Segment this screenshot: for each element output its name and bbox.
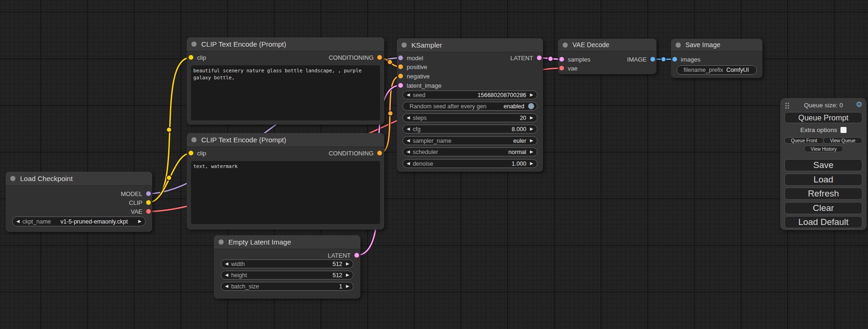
seed-widget[interactable]: ◀ seed 156680208700286 ▶ bbox=[402, 91, 537, 99]
decrement-arrow-icon[interactable]: ◀ bbox=[16, 219, 20, 224]
latent-slot-dot[interactable] bbox=[354, 253, 359, 258]
image-slot-dot[interactable] bbox=[672, 57, 677, 62]
decrement-arrow-icon[interactable]: ◀ bbox=[225, 262, 228, 266]
link-dot[interactable] bbox=[661, 57, 666, 62]
save-button[interactable]: Save bbox=[784, 159, 862, 171]
latent-slot-dot[interactable] bbox=[398, 83, 403, 88]
prompt-textarea[interactable]: text, watermark bbox=[191, 161, 380, 224]
output-vae[interactable]: VAE bbox=[131, 208, 151, 215]
output-conditioning[interactable]: CONDITIONING bbox=[329, 54, 382, 61]
node-title-bar[interactable]: KSampler bbox=[397, 38, 543, 52]
output-latent[interactable]: LATENT bbox=[510, 55, 542, 61]
link-dot[interactable] bbox=[388, 111, 393, 116]
scheduler-widget[interactable]: ◀ scheduler normal ▶ bbox=[402, 147, 537, 156]
input-positive[interactable]: positive bbox=[398, 63, 427, 70]
collapse-dot[interactable] bbox=[191, 42, 197, 47]
image-slot-dot[interactable] bbox=[650, 57, 655, 62]
clip-slot-dot[interactable] bbox=[146, 200, 151, 205]
input-samples[interactable]: samples bbox=[559, 56, 590, 63]
collapse-dot[interactable] bbox=[402, 42, 407, 48]
conditioning-slot-dot[interactable] bbox=[377, 55, 382, 60]
ckpt-name-widget[interactable]: ◀ ckpt_name v1-5-pruned-emaonly.ckpt ▶ bbox=[12, 217, 146, 226]
node-clip-text-encode-negative[interactable]: CLIP Text Encode (Prompt) clip CONDITION… bbox=[187, 133, 384, 230]
refresh-button[interactable]: Refresh bbox=[784, 188, 862, 200]
prompt-textarea[interactable]: beautiful scenery nature glass bottle la… bbox=[191, 65, 380, 120]
output-image[interactable]: IMAGE bbox=[627, 56, 655, 63]
increment-arrow-icon[interactable]: ▶ bbox=[530, 116, 533, 120]
increment-arrow-icon[interactable]: ▶ bbox=[530, 150, 533, 154]
node-load-checkpoint[interactable]: Load Checkpoint MODEL CLIP VAE ◀ ckpt_na… bbox=[6, 172, 152, 232]
input-negative[interactable]: negative bbox=[398, 73, 430, 79]
conditioning-slot-dot[interactable] bbox=[398, 74, 403, 78]
width-widget[interactable]: ◀ width 512 ▶ bbox=[221, 259, 353, 268]
output-clip[interactable]: CLIP bbox=[129, 199, 151, 206]
node-title-bar[interactable]: Save Image bbox=[671, 39, 762, 51]
collapse-dot[interactable] bbox=[563, 42, 568, 48]
increment-arrow-icon[interactable]: ▶ bbox=[530, 127, 533, 131]
link-dot[interactable] bbox=[167, 127, 172, 133]
clear-button[interactable]: Clear bbox=[784, 202, 862, 214]
input-vae[interactable]: vae bbox=[559, 65, 578, 71]
clip-slot-dot[interactable] bbox=[189, 55, 193, 60]
steps-widget[interactable]: ◀ steps 20 ▶ bbox=[402, 113, 537, 122]
load-default-button[interactable]: Load Default bbox=[784, 216, 862, 228]
queue-front-button[interactable]: Queue Front bbox=[784, 137, 824, 144]
model-slot-dot[interactable] bbox=[146, 191, 151, 196]
toggle-knob[interactable] bbox=[528, 103, 534, 109]
decrement-arrow-icon[interactable]: ◀ bbox=[407, 161, 410, 166]
denoise-widget[interactable]: ◀ denoise 1.000 ▶ bbox=[402, 159, 537, 168]
filename-prefix-widget[interactable]: filename_prefix ComfyUI bbox=[677, 65, 757, 75]
queue-prompt-button[interactable]: Queue Prompt bbox=[784, 112, 862, 123]
extra-options-checkbox[interactable] bbox=[840, 127, 847, 133]
height-widget[interactable]: ◀ height 512 ▶ bbox=[221, 271, 353, 280]
output-conditioning[interactable]: CONDITIONING bbox=[329, 150, 382, 156]
increment-arrow-icon[interactable]: ▶ bbox=[138, 219, 141, 224]
random-seed-toggle-widget[interactable]: Random seed after every gen enabled bbox=[402, 102, 537, 111]
collapse-dot[interactable] bbox=[219, 239, 224, 245]
vae-slot-dot[interactable] bbox=[559, 66, 564, 70]
node-title-bar[interactable]: VAE Decode bbox=[558, 39, 656, 51]
decrement-arrow-icon[interactable]: ◀ bbox=[407, 150, 410, 154]
decrement-arrow-icon[interactable]: ◀ bbox=[407, 127, 410, 131]
decrement-arrow-icon[interactable]: ◀ bbox=[225, 273, 228, 277]
node-empty-latent-image[interactable]: Empty Latent Image LATENT ◀ width 512 ▶ … bbox=[214, 235, 360, 299]
increment-arrow-icon[interactable]: ▶ bbox=[346, 284, 349, 288]
view-queue-button[interactable]: View Queue bbox=[823, 137, 862, 144]
decrement-arrow-icon[interactable]: ◀ bbox=[407, 93, 410, 97]
output-model[interactable]: MODEL bbox=[121, 190, 151, 197]
model-slot-dot[interactable] bbox=[398, 56, 403, 60]
collapse-dot[interactable] bbox=[10, 176, 15, 181]
node-title-bar[interactable]: CLIP Text Encode (Prompt) bbox=[187, 133, 384, 147]
increment-arrow-icon[interactable]: ▶ bbox=[346, 273, 349, 277]
sampler-name-widget[interactable]: ◀ sampler_name euler ▶ bbox=[402, 136, 537, 145]
decrement-arrow-icon[interactable]: ◀ bbox=[407, 139, 410, 143]
input-images[interactable]: images bbox=[672, 56, 700, 63]
batch-size-widget[interactable]: ◀ batch_size 1 ▶ bbox=[221, 282, 353, 291]
input-model[interactable]: model bbox=[398, 55, 423, 61]
node-graph-canvas[interactable]: Load Checkpoint MODEL CLIP VAE ◀ ckpt_na… bbox=[0, 0, 868, 329]
node-ksampler[interactable]: KSampler model positive negative latent_… bbox=[397, 38, 543, 172]
node-title-bar[interactable]: CLIP Text Encode (Prompt) bbox=[187, 37, 384, 51]
link-dot[interactable] bbox=[388, 60, 393, 65]
conditioning-slot-dot[interactable] bbox=[377, 151, 382, 155]
collapse-dot[interactable] bbox=[676, 42, 681, 48]
vae-slot-dot[interactable] bbox=[146, 209, 151, 214]
increment-arrow-icon[interactable]: ▶ bbox=[530, 139, 533, 143]
view-history-button[interactable]: View History bbox=[804, 146, 843, 152]
latent-slot-dot[interactable] bbox=[559, 57, 564, 62]
clip-slot-dot[interactable] bbox=[189, 151, 193, 155]
input-clip[interactable]: clip bbox=[189, 150, 206, 156]
output-latent[interactable]: LATENT bbox=[328, 252, 359, 259]
node-save-image[interactable]: Save Image images filename_prefix ComfyU… bbox=[671, 39, 762, 78]
node-title-bar[interactable]: Load Checkpoint bbox=[6, 172, 152, 186]
input-clip[interactable]: clip bbox=[189, 54, 206, 61]
settings-gear-icon[interactable]: ⚙ bbox=[856, 100, 862, 109]
node-vae-decode[interactable]: VAE Decode samples vae IMAGE bbox=[558, 39, 656, 74]
node-clip-text-encode-positive[interactable]: CLIP Text Encode (Prompt) clip CONDITION… bbox=[187, 37, 384, 125]
link-dot[interactable] bbox=[548, 56, 553, 62]
increment-arrow-icon[interactable]: ▶ bbox=[530, 161, 533, 166]
load-button[interactable]: Load bbox=[784, 174, 862, 186]
link-dot[interactable] bbox=[167, 175, 172, 181]
latent-slot-dot[interactable] bbox=[537, 56, 542, 60]
decrement-arrow-icon[interactable]: ◀ bbox=[225, 284, 228, 288]
